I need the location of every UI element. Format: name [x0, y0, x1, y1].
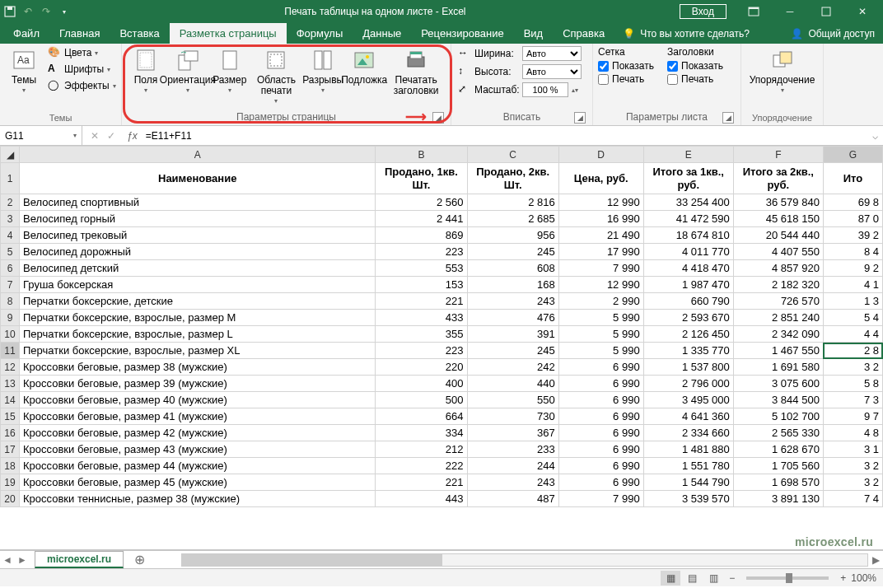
cell[interactable]: Кроссовки беговые, размер 41 (мужские)	[20, 408, 376, 425]
colors-button[interactable]: 🎨Цвета ▾	[46, 45, 118, 60]
cell[interactable]: Кроссовки беговые, размер 40 (мужские)	[20, 392, 376, 408]
cell[interactable]: 500	[376, 392, 467, 408]
cell[interactable]: 233	[467, 441, 558, 458]
width-select[interactable]: Авто	[522, 46, 582, 61]
formula-bar[interactable]: =E11+F11	[141, 126, 867, 145]
cell[interactable]: 1 691 580	[733, 359, 823, 376]
cell[interactable]: 223	[376, 244, 467, 260]
cell[interactable]: 242	[467, 359, 558, 376]
cell[interactable]: 1 3	[823, 293, 882, 310]
col-header-C[interactable]: C	[467, 147, 558, 163]
fx-icon[interactable]: ƒx	[124, 126, 141, 145]
zoom-out-button[interactable]: −	[729, 572, 735, 584]
cell[interactable]: 4 857 920	[733, 260, 823, 277]
cell[interactable]: 2 565 330	[733, 425, 823, 441]
header-cell[interactable]: Итого за 1кв., руб.	[643, 163, 733, 194]
cell[interactable]: Кроссовки беговые, размер 45 (мужские)	[20, 474, 376, 491]
cell[interactable]: 2 126 450	[643, 326, 733, 343]
cell[interactable]: 367	[467, 425, 558, 441]
name-box[interactable]: G11▾	[0, 126, 82, 145]
cell[interactable]: 2 796 000	[643, 376, 733, 392]
cell[interactable]: 6 990	[558, 408, 643, 425]
cell[interactable]: Кроссовки беговые, размер 44 (мужские)	[20, 458, 376, 474]
cell[interactable]: 6 990	[558, 359, 643, 376]
cell[interactable]: 221	[376, 293, 467, 310]
cell[interactable]: 2 342 090	[733, 326, 823, 343]
cell[interactable]: 245	[467, 244, 558, 260]
cell[interactable]: Велосипед горный	[20, 211, 376, 227]
cell[interactable]: 334	[376, 425, 467, 441]
cell[interactable]: 476	[467, 310, 558, 326]
cell[interactable]: 2 8	[823, 343, 882, 359]
size-button[interactable]: Размер▾	[211, 45, 249, 96]
cell[interactable]: 4 011 770	[643, 244, 733, 260]
header-cell[interactable]: Итого за 2кв., руб.	[733, 163, 823, 194]
cell[interactable]: 726 570	[733, 293, 823, 310]
ribbon-options-icon[interactable]	[736, 0, 771, 23]
redo-icon[interactable]: ↷	[40, 5, 53, 18]
row-header-10[interactable]: 10	[1, 326, 20, 343]
row-header-7[interactable]: 7	[1, 277, 20, 293]
cell[interactable]: 3 891 130	[733, 491, 823, 507]
cell[interactable]: 5 990	[558, 310, 643, 326]
cell[interactable]: 2 593 670	[643, 310, 733, 326]
header-cell[interactable]: Продано, 2кв. Шт.	[467, 163, 558, 194]
cell[interactable]: Велосипед спортивный	[20, 194, 376, 211]
zoom-thumb[interactable]	[786, 573, 792, 583]
cell[interactable]: 16 990	[558, 211, 643, 227]
cell[interactable]: 6 990	[558, 425, 643, 441]
cell[interactable]: 3 2	[823, 458, 882, 474]
sheet-nav-next[interactable]: ►	[15, 554, 30, 566]
cell[interactable]: 355	[376, 326, 467, 343]
row-header-2[interactable]: 2	[1, 194, 20, 211]
zoom-in-button[interactable]: +	[840, 572, 846, 584]
enter-icon[interactable]: ✓	[107, 130, 115, 142]
col-header-B[interactable]: B	[376, 147, 467, 163]
effects-button[interactable]: ◯Эффекты ▾	[46, 78, 118, 93]
page-setup-dialog-launcher[interactable]: ◢	[432, 112, 444, 124]
tab-data[interactable]: Данные	[353, 23, 411, 44]
cell[interactable]: 2 441	[376, 211, 467, 227]
cell[interactable]: 21 490	[558, 227, 643, 244]
cell[interactable]: 6 990	[558, 474, 643, 491]
cell[interactable]: 243	[467, 293, 558, 310]
cell[interactable]: 221	[376, 474, 467, 491]
row-header-5[interactable]: 5	[1, 244, 20, 260]
cell[interactable]: 2 990	[558, 293, 643, 310]
print-titles-button[interactable]: Печатать заголовки	[386, 45, 446, 98]
cell[interactable]: 4 1	[823, 277, 882, 293]
hscroll-right[interactable]: ▶	[868, 554, 883, 566]
cell[interactable]: Перчатки боксерские, взрослые, размер XL	[20, 343, 376, 359]
cell[interactable]: Велосипед трековый	[20, 227, 376, 244]
view-normal-icon[interactable]: ▦	[661, 571, 680, 586]
view-page-break-icon[interactable]: ▥	[703, 571, 723, 586]
cell[interactable]: 12 990	[558, 194, 643, 211]
cell[interactable]: 39 2	[823, 227, 882, 244]
themes-button[interactable]: Aa Темы▾	[5, 45, 43, 96]
row-header-6[interactable]: 6	[1, 260, 20, 277]
cell[interactable]: 3 539 570	[643, 491, 733, 507]
col-header-E[interactable]: E	[643, 147, 733, 163]
row-header-19[interactable]: 19	[1, 474, 20, 491]
cell[interactable]: 7 990	[558, 491, 643, 507]
horizontal-scrollbar[interactable]	[181, 553, 868, 567]
headings-print-checkbox[interactable]: Печать	[667, 73, 723, 85]
cell[interactable]: 12 990	[558, 277, 643, 293]
cell[interactable]: 1 481 880	[643, 441, 733, 458]
tab-review[interactable]: Рецензирование	[411, 23, 513, 44]
row-header-15[interactable]: 15	[1, 408, 20, 425]
cell[interactable]: 36 579 840	[733, 194, 823, 211]
tab-view[interactable]: Вид	[514, 23, 554, 44]
background-button[interactable]: Подложка	[345, 45, 383, 87]
cell[interactable]: 1 537 800	[643, 359, 733, 376]
col-header-A[interactable]: A	[20, 147, 376, 163]
tab-file[interactable]: Файл	[3, 23, 49, 44]
cell[interactable]: 8 4	[823, 244, 882, 260]
cell[interactable]: 664	[376, 408, 467, 425]
cell[interactable]: 7 4	[823, 491, 882, 507]
cell[interactable]: 4 4	[823, 326, 882, 343]
cell[interactable]: 17 990	[558, 244, 643, 260]
cell[interactable]: Кроссовки беговые, размер 43 (мужские)	[20, 441, 376, 458]
col-header-F[interactable]: F	[733, 147, 823, 163]
close-button[interactable]: ✕	[845, 0, 880, 23]
